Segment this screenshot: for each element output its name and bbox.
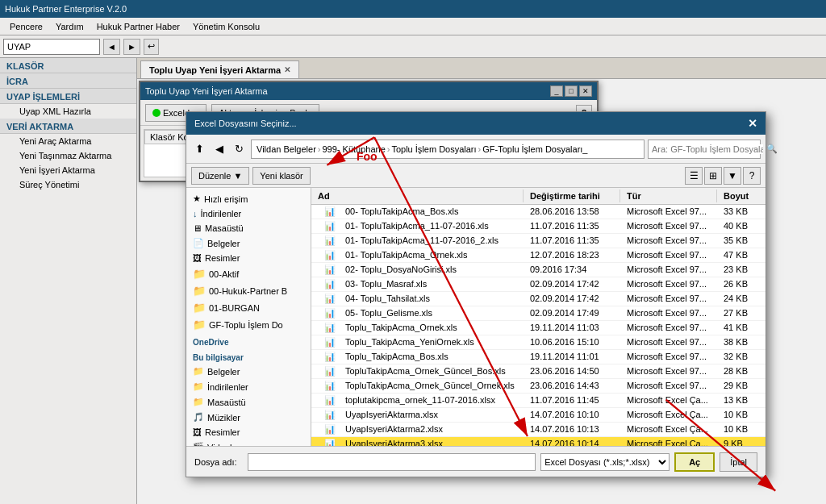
pc-videolar[interactable]: 🎬 Videolar	[186, 439, 311, 446]
folder-burgan[interactable]: 📁 01-BURGAN	[186, 299, 311, 316]
title-bar: Hukuk Partner Enterprise V.2.0	[0, 0, 826, 18]
nav-back-btn[interactable]: ◀	[211, 140, 227, 157]
pictures-icon: 🖼	[193, 253, 202, 263]
pc-indirilenler[interactable]: 📁 İndirilenler	[186, 379, 311, 394]
desktop-label: Masaüstü	[205, 223, 244, 233]
list-item[interactable]: 📊03- Toplu_Masraf.xls 02.09.2014 17:42 M…	[311, 277, 766, 292]
nav-home-button[interactable]: ↩	[144, 39, 159, 55]
sidebar-item-yeni-tasinmaz[interactable]: Yeni Taşınmaz Aktarma	[0, 148, 136, 163]
menu-haber[interactable]: Hukuk Partner Haber	[90, 20, 186, 33]
sidebar-item-surec[interactable]: Süreç Yönetimi	[0, 177, 136, 192]
search-box: 🔍	[648, 140, 761, 159]
folder-label: GF-Toplu İşlem Do	[209, 320, 283, 330]
excel-file-icon: 📊	[318, 219, 342, 232]
pc-resimler[interactable]: 🖼 Resimler	[186, 425, 311, 439]
file-type: Microsoft Excel 97...	[620, 205, 717, 219]
nav-back-button[interactable]: ◄	[103, 39, 120, 55]
file-size: 33 KB	[717, 205, 766, 219]
search-input[interactable]	[3, 39, 100, 55]
list-item[interactable]: 📊Toplu_TakipAcma_Bos.xls 19.11.2014 11:0…	[311, 350, 766, 364]
view-down-button[interactable]: ▼	[724, 167, 741, 185]
nav-refresh-btn[interactable]: ↻	[231, 140, 248, 157]
tab-label: Toplu Uyap Yeni İşyeri Aktarma	[149, 65, 281, 75]
list-item[interactable]: 📊TopluTakipAcma_Ornek_Güncel_Bos.xls 23.…	[311, 364, 766, 379]
file-type: Microsoft Excel Ça...	[620, 423, 717, 436]
file-toolbar: Düzenle ▼ Yeni klasör ☰ ⊞ ▼ ?	[186, 164, 766, 188]
sidebar-item-yeni-arac[interactable]: Yeni Araç Aktarma	[0, 134, 136, 148]
list-item[interactable]: 📊Toplu_TakipAcma_Ornek.xls 19.11.2014 11…	[311, 321, 766, 335]
list-item[interactable]: 📊toplutakipcma_ornek_11-07-2016.xlsx 11.…	[311, 394, 766, 408]
list-item[interactable]: 📊05- Toplu_Gelisme.xls 02.09.2014 17:49 …	[311, 306, 766, 321]
list-item[interactable]: 📊UyapIsyeriAktarma3.xlsx 14.07.2016 10:1…	[311, 437, 766, 446]
list-item[interactable]: 📊04- Toplu_Tahsilat.xls 02.09.2014 17:42…	[311, 292, 766, 306]
quick-access-label: Hızlı erişim	[204, 194, 248, 204]
pc-muzikler[interactable]: 🎵 Müzikler	[186, 410, 311, 425]
folder-icon: 📁	[193, 366, 204, 377]
folder-00aktif[interactable]: 📁 00-Aktif	[186, 265, 311, 282]
list-item[interactable]: 📊01- TopluTakipAcma_Ornek.xls 12.07.2016…	[311, 248, 766, 263]
folder-icon: 📁	[193, 319, 206, 331]
help-icon-button[interactable]: ?	[743, 167, 761, 185]
win-maximize-button[interactable]: □	[565, 85, 578, 97]
file-dialog-close-button[interactable]: ✕	[748, 117, 757, 130]
list-item[interactable]: 📊00- TopluTakipAcma_Bos.xls 28.06.2016 1…	[311, 205, 766, 219]
documents-item[interactable]: 📄 Belgeler	[186, 235, 311, 251]
file-type: Microsoft Excel 97...	[620, 263, 717, 277]
list-item[interactable]: 📊02- Toplu_DosyaNoGirisi.xls 09.2016 17:…	[311, 263, 766, 277]
view-details-button[interactable]: ⊞	[704, 167, 722, 185]
search-icon: 🔍	[766, 144, 778, 154]
pictures-item[interactable]: 🖼 Resimler	[186, 251, 311, 265]
view-list-button[interactable]: ☰	[685, 167, 703, 185]
win-close-button[interactable]: ✕	[579, 85, 592, 97]
sidebar: KLASÖR İCRA UYAP İŞLEMLERİ Uyap XML Hazı…	[0, 58, 137, 504]
cancel-button[interactable]: İptal	[720, 452, 757, 472]
duzenle-button[interactable]: Düzenle ▼	[191, 167, 249, 185]
nav-up-button[interactable]: ⬆	[191, 140, 208, 157]
sidebar-item-yeni-isyeri[interactable]: Yeni İşyeri Aktarma	[0, 163, 136, 177]
col-name[interactable]: Ad	[311, 190, 524, 202]
bc-4[interactable]: GF-Toplu İşlem Dosyaları_	[482, 144, 587, 154]
list-item[interactable]: 📊Toplu_TakipAcma_YeniOrnek.xls 10.06.201…	[311, 335, 766, 350]
pc-masaustu[interactable]: 📁 Masaüstü	[186, 394, 311, 410]
sidebar-item-uyap-xml[interactable]: Uyap XML Hazırla	[0, 104, 136, 119]
folder-hukuk[interactable]: 📁 00-Hukuk-Partner B	[186, 282, 311, 299]
menu-bar: Pencere Yardım Hukuk Partner Haber Yönet…	[0, 18, 826, 35]
file-search-input[interactable]	[652, 144, 763, 154]
tab-close-button[interactable]: ✕	[284, 65, 290, 74]
col-type[interactable]: Tür	[620, 190, 717, 202]
filetype-select[interactable]: Excel Dosyası (*.xls;*.xlsx)	[540, 453, 670, 471]
nav-forward-button[interactable]: ►	[123, 39, 140, 55]
col-date[interactable]: Değiştirme tarihi	[524, 190, 620, 202]
open-button[interactable]: Aç	[674, 452, 715, 472]
list-item[interactable]: 📊TopluTakipAcma_Ornek_Güncel_Ornek.xls 2…	[311, 379, 766, 394]
bc-1[interactable]: Vildan Belgeler	[257, 144, 316, 154]
quick-access-item[interactable]: ★ Hızlı erişim	[186, 191, 311, 206]
file-date: 14.07.2016 10:14	[524, 437, 620, 446]
menu-pencere[interactable]: Pencere	[3, 20, 49, 33]
music-icon: 🎵	[193, 412, 204, 423]
downloads-item[interactable]: ↓ İndirilenler	[186, 206, 311, 221]
tab-toplu-uyap[interactable]: Toplu Uyap Yeni İşyeri Aktarma ✕	[140, 60, 299, 78]
col-size[interactable]: Boyut	[717, 190, 766, 202]
win-minimize-button[interactable]: _	[550, 85, 563, 97]
filename-input[interactable]	[248, 453, 536, 471]
label: Resimler	[205, 427, 240, 437]
folder-icon: 📁	[193, 302, 206, 314]
label: Müzikler	[207, 413, 240, 423]
list-item[interactable]: 📊UyapIsyeriAktarma.xlsx 14.07.2016 10:10…	[311, 408, 766, 423]
folder-gf[interactable]: 📁 GF-Toplu İşlem Do	[186, 316, 311, 333]
menu-yardim[interactable]: Yardım	[49, 20, 90, 33]
bc-2[interactable]: 999- Kütüphane	[322, 144, 385, 154]
yeni-klasor-button[interactable]: Yeni klasör	[252, 167, 310, 185]
file-date: 28.06.2016 13:58	[524, 205, 620, 219]
menu-konsol[interactable]: Yönetim Konsolu	[186, 20, 266, 33]
file-name: 📊02- Toplu_DosyaNoGirisi.xls	[311, 263, 524, 277]
desktop-item[interactable]: 🖥 Masaüstü	[186, 221, 311, 235]
excel-file-icon: 📊	[318, 205, 342, 218]
bc-3[interactable]: Toplu İşlem Dosyaları	[391, 144, 476, 154]
list-item[interactable]: 📊01- TopluTakipAcma_11-07-2016.xls 11.07…	[311, 219, 766, 234]
list-item[interactable]: 📊UyapIsyeriAktarma2.xlsx 14.07.2016 10:1…	[311, 423, 766, 437]
pc-belgeler[interactable]: 📁 Belgeler	[186, 364, 311, 379]
file-browser-body: ★ Hızlı erişim ↓ İndirilenler 🖥 Masaüstü	[186, 188, 766, 446]
list-item[interactable]: 📊01- TopluTakipAcma_11-07-2016_2.xls 11.…	[311, 234, 766, 248]
